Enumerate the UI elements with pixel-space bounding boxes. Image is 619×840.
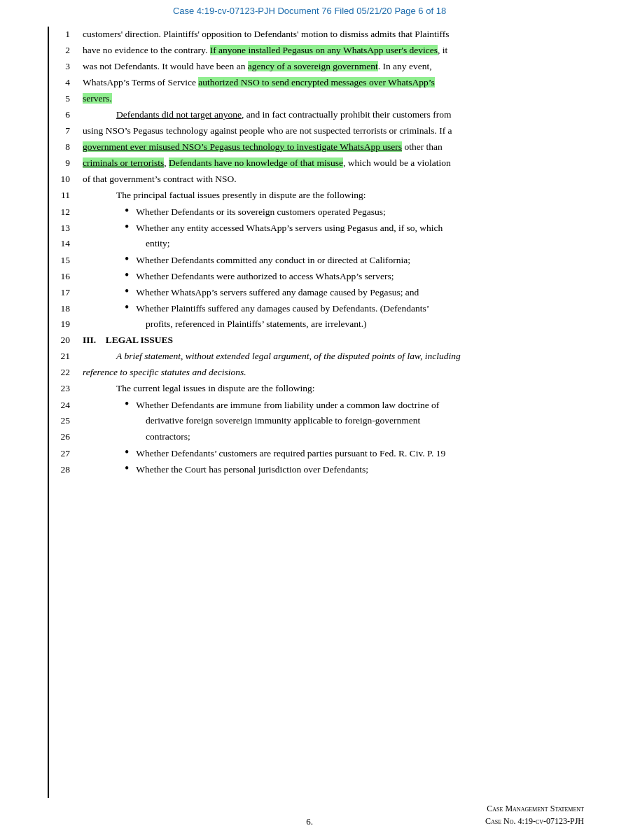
line-row: 18•Whether Plaintiffs suffered any damag… [56, 301, 584, 316]
line-row: 25derivative foreign sovereign immunity … [56, 414, 584, 429]
line-number: 25 [56, 414, 83, 428]
line-text: profits, referenced in Plaintiffs’ state… [83, 317, 584, 332]
line-number: 17 [56, 286, 83, 300]
line-text: •Whether the Court has personal jurisdic… [83, 462, 584, 477]
line-text: entity; [83, 237, 584, 251]
line-row: 20III. LEGAL ISSUES [56, 333, 584, 349]
line-text: Defendants did not target anyone, and in… [83, 108, 584, 122]
line-number: 28 [56, 463, 83, 477]
line-row: 10of that government’s contract with NSO… [56, 172, 584, 188]
line-number: 27 [56, 447, 83, 461]
line-text: contractors; [83, 430, 584, 444]
line-row: 19profits, referenced in Plaintiffs’ sta… [56, 317, 584, 332]
line-number: 18 [56, 302, 83, 316]
line-row: 22reference to specific statutes and dec… [56, 365, 584, 381]
line-row: 23The current legal issues in dispute ar… [56, 382, 584, 397]
line-text: WhatsApp’s Terms of Service authorized N… [83, 76, 584, 90]
line-number: 4 [56, 76, 83, 90]
document-page: Case 4:19-cv-07123-PJH Document 76 Filed… [0, 0, 619, 840]
line-row: 5servers. [56, 92, 584, 107]
line-row: 14entity; [56, 237, 584, 252]
line-row: 16•Whether Defendants were authorized to… [56, 269, 584, 284]
line-text: reference to specific statutes and decis… [83, 365, 584, 380]
line-number: 26 [56, 430, 83, 444]
line-number: 23 [56, 382, 83, 396]
line-number: 24 [56, 398, 83, 413]
line-row: 4WhatsApp’s Terms of Service authorized … [56, 76, 584, 91]
line-row: 21A brief statement, without extended le… [56, 349, 584, 365]
line-text: •Whether Plaintiffs suffered any damages… [83, 301, 584, 316]
line-text: was not Defendants. It would have been a… [83, 59, 584, 74]
line-number: 12 [56, 205, 83, 220]
line-row: 2have no evidence to the contrary. If an… [56, 43, 584, 59]
line-number: 5 [56, 92, 83, 106]
line-number: 19 [56, 317, 83, 332]
case-header: Case 4:19-cv-07123-PJH Document 76 Filed… [0, 0, 619, 20]
line-number: 14 [56, 237, 83, 251]
line-row: 9criminals or terrorists, Defendants hav… [56, 156, 584, 172]
line-number: 8 [56, 140, 83, 155]
line-number: 2 [56, 43, 83, 58]
line-row: 28•Whether the Court has personal jurisd… [56, 462, 584, 477]
line-row: 3was not Defendants. It would have been … [56, 59, 584, 75]
footer-right: Case Management Statement Case No. 4:19-… [485, 802, 584, 827]
line-row: 27•Whether Defendants’ customers are req… [56, 446, 584, 461]
line-number: 13 [56, 221, 83, 236]
line-number: 6 [56, 108, 83, 122]
line-number: 7 [56, 124, 83, 139]
line-number: 20 [56, 333, 83, 348]
line-row: 7using NSO’s Pegasus technology against … [56, 124, 584, 139]
line-number: 1 [56, 27, 83, 42]
line-text: have no evidence to the contrary. If any… [83, 43, 584, 58]
line-number: 10 [56, 172, 83, 187]
line-number: 11 [56, 188, 83, 203]
line-text: The principal factual issues presently i… [83, 188, 584, 203]
line-number: 22 [56, 365, 83, 380]
line-row: 6Defendants did not target anyone, and i… [56, 108, 584, 123]
line-text: using NSO’s Pegasus technology against p… [83, 124, 584, 139]
line-text: government ever misused NSO’s Pegasus te… [83, 140, 584, 155]
line-text: customers' direction. Plaintiffs' opposi… [83, 27, 584, 42]
document-content: 1customers' direction. Plaintiffs' oppos… [0, 20, 619, 520]
line-row: 24•Whether Defendants are immune from li… [56, 398, 584, 413]
line-text: The current legal issues in dispute are … [83, 382, 584, 396]
line-row: 11The principal factual issues presently… [56, 188, 584, 204]
line-text: derivative foreign sovereign immunity ap… [83, 414, 584, 428]
line-text: •Whether Defendants or its sovereign cus… [83, 204, 584, 220]
line-row: 26contractors; [56, 430, 584, 445]
line-row: 13•Whether any entity accessed WhatsApp’… [56, 220, 584, 236]
line-number: 3 [56, 59, 83, 74]
line-text: •Whether Defendants’ customers are requi… [83, 446, 584, 461]
line-row: 8government ever misused NSO’s Pegasus t… [56, 140, 584, 155]
line-text: •Whether Defendants were authorized to a… [83, 269, 584, 284]
line-text: servers. [83, 92, 584, 106]
line-text: •Whether WhatsApp’s servers suffered any… [83, 285, 584, 300]
line-row: 15•Whether Defendants committed any cond… [56, 253, 584, 268]
line-row: 17•Whether WhatsApp’s servers suffered a… [56, 285, 584, 300]
line-row: 1customers' direction. Plaintiffs' oppos… [56, 27, 584, 43]
line-text: •Whether any entity accessed WhatsApp’s … [83, 220, 584, 236]
left-margin-line [48, 27, 49, 798]
line-number: 9 [56, 156, 83, 171]
line-number: 15 [56, 253, 83, 268]
line-text: of that government’s contract with NSO. [83, 172, 584, 187]
line-text: •Whether Defendants are immune from liab… [83, 398, 584, 413]
footer: Case Management Statement Case No. 4:19-… [56, 802, 584, 827]
line-text: •Whether Defendants committed any conduc… [83, 253, 584, 268]
line-text: A brief statement, without extended lega… [83, 349, 584, 364]
line-text: III. LEGAL ISSUES [83, 333, 584, 348]
line-row: 12•Whether Defendants or its sovereign c… [56, 204, 584, 220]
line-number: 16 [56, 270, 83, 284]
line-number: 21 [56, 349, 83, 364]
line-text: criminals or terrorists, Defendants have… [83, 156, 584, 171]
